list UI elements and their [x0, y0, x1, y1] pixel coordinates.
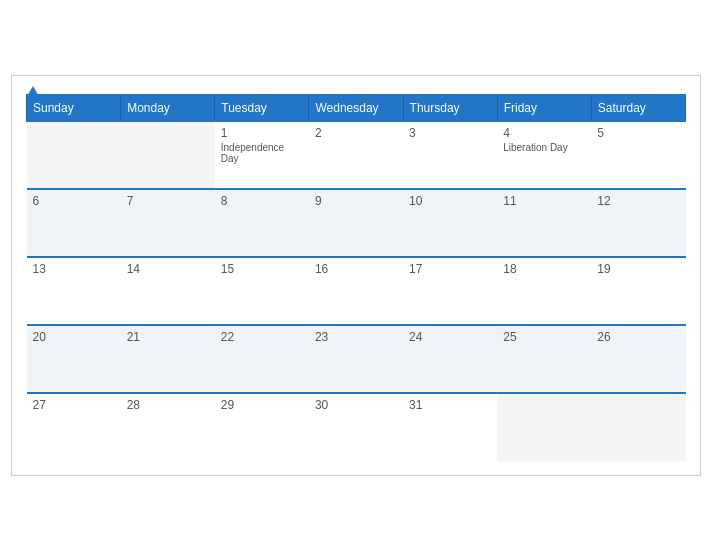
calendar-day-cell: 13	[27, 257, 121, 325]
day-number: 21	[127, 330, 209, 344]
calendar-day-cell: 27	[27, 393, 121, 461]
weekday-header-sunday: Sunday	[27, 95, 121, 121]
day-number: 11	[503, 194, 585, 208]
calendar-day-cell: 14	[121, 257, 215, 325]
day-number: 27	[33, 398, 115, 412]
calendar-day-cell: 28	[121, 393, 215, 461]
day-number: 3	[409, 126, 491, 140]
day-number: 4	[503, 126, 585, 140]
day-number: 8	[221, 194, 303, 208]
logo-triangle-icon	[26, 86, 40, 98]
calendar-container: SundayMondayTuesdayWednesdayThursdayFrid…	[11, 75, 701, 476]
calendar-day-cell: 25	[497, 325, 591, 393]
day-number: 20	[33, 330, 115, 344]
calendar-day-cell: 6	[27, 189, 121, 257]
day-number: 25	[503, 330, 585, 344]
calendar-day-cell: 5	[591, 121, 685, 189]
weekday-header-thursday: Thursday	[403, 95, 497, 121]
weekday-header-wednesday: Wednesday	[309, 95, 403, 121]
weekday-header-saturday: Saturday	[591, 95, 685, 121]
logo	[26, 86, 42, 98]
calendar-table: SundayMondayTuesdayWednesdayThursdayFrid…	[26, 94, 686, 461]
day-number: 24	[409, 330, 491, 344]
calendar-day-cell	[591, 393, 685, 461]
calendar-day-cell: 31	[403, 393, 497, 461]
day-number: 22	[221, 330, 303, 344]
calendar-week-row: 2728293031	[27, 393, 686, 461]
calendar-day-cell: 24	[403, 325, 497, 393]
calendar-week-row: 1Independence Day234Liberation Day5	[27, 121, 686, 189]
calendar-day-cell	[497, 393, 591, 461]
logo-blue-text	[26, 86, 42, 98]
day-number: 15	[221, 262, 303, 276]
day-number: 7	[127, 194, 209, 208]
day-number: 2	[315, 126, 397, 140]
calendar-day-cell: 10	[403, 189, 497, 257]
calendar-day-cell: 9	[309, 189, 403, 257]
weekday-header-tuesday: Tuesday	[215, 95, 309, 121]
calendar-week-row: 6789101112	[27, 189, 686, 257]
day-number: 6	[33, 194, 115, 208]
calendar-day-cell: 22	[215, 325, 309, 393]
holiday-label: Liberation Day	[503, 142, 585, 153]
weekday-header-monday: Monday	[121, 95, 215, 121]
calendar-day-cell: 1Independence Day	[215, 121, 309, 189]
day-number: 5	[597, 126, 679, 140]
calendar-day-cell: 26	[591, 325, 685, 393]
calendar-day-cell	[121, 121, 215, 189]
calendar-day-cell: 11	[497, 189, 591, 257]
day-number: 16	[315, 262, 397, 276]
calendar-day-cell: 18	[497, 257, 591, 325]
day-number: 17	[409, 262, 491, 276]
holiday-label: Independence Day	[221, 142, 303, 164]
day-number: 10	[409, 194, 491, 208]
calendar-day-cell: 12	[591, 189, 685, 257]
calendar-day-cell: 16	[309, 257, 403, 325]
calendar-thead: SundayMondayTuesdayWednesdayThursdayFrid…	[27, 95, 686, 121]
weekday-header-row: SundayMondayTuesdayWednesdayThursdayFrid…	[27, 95, 686, 121]
day-number: 29	[221, 398, 303, 412]
day-number: 23	[315, 330, 397, 344]
weekday-header-friday: Friday	[497, 95, 591, 121]
day-number: 19	[597, 262, 679, 276]
day-number: 28	[127, 398, 209, 412]
day-number: 31	[409, 398, 491, 412]
calendar-day-cell: 23	[309, 325, 403, 393]
calendar-day-cell: 7	[121, 189, 215, 257]
calendar-day-cell: 21	[121, 325, 215, 393]
calendar-body: 1Independence Day234Liberation Day567891…	[27, 121, 686, 461]
calendar-day-cell: 4Liberation Day	[497, 121, 591, 189]
calendar-day-cell: 2	[309, 121, 403, 189]
day-number: 13	[33, 262, 115, 276]
calendar-day-cell	[27, 121, 121, 189]
calendar-day-cell: 30	[309, 393, 403, 461]
calendar-week-row: 20212223242526	[27, 325, 686, 393]
calendar-day-cell: 19	[591, 257, 685, 325]
calendar-day-cell: 29	[215, 393, 309, 461]
day-number: 9	[315, 194, 397, 208]
day-number: 12	[597, 194, 679, 208]
calendar-day-cell: 8	[215, 189, 309, 257]
day-number: 18	[503, 262, 585, 276]
calendar-day-cell: 15	[215, 257, 309, 325]
calendar-day-cell: 3	[403, 121, 497, 189]
calendar-week-row: 13141516171819	[27, 257, 686, 325]
day-number: 14	[127, 262, 209, 276]
day-number: 1	[221, 126, 303, 140]
day-number: 26	[597, 330, 679, 344]
calendar-day-cell: 20	[27, 325, 121, 393]
calendar-day-cell: 17	[403, 257, 497, 325]
day-number: 30	[315, 398, 397, 412]
